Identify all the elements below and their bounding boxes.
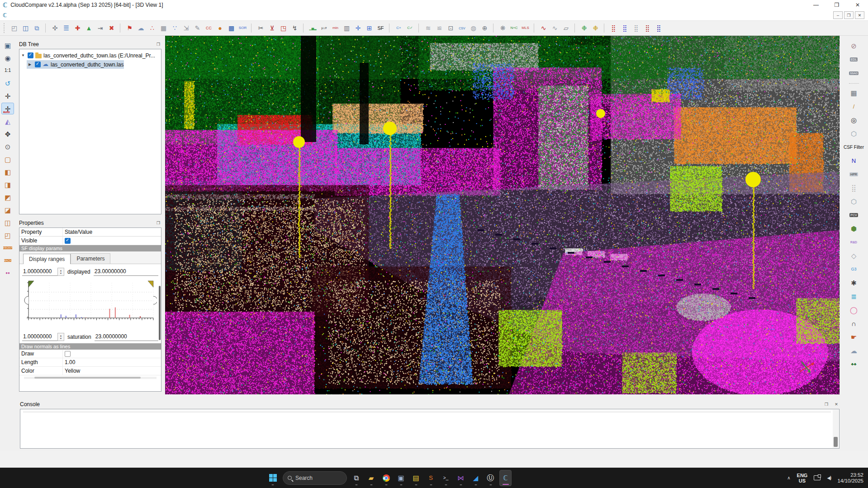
sor-filter-icon[interactable]: SOR <box>237 22 248 34</box>
export-csv-icon[interactable]: CSV <box>456 22 468 34</box>
menu-edit[interactable] <box>19 14 28 17</box>
calculator-icon[interactable]: ⊞ <box>364 22 375 34</box>
level-icon[interactable]: ⊻ <box>266 22 278 34</box>
mdi-close-button[interactable]: ✕ <box>855 11 864 19</box>
csf-filter-label[interactable]: CSF Filter <box>843 142 865 153</box>
clipping-box-icon[interactable]: ◳ <box>278 22 289 34</box>
qsra-icon[interactable]: ☁ <box>847 345 861 356</box>
histogram-plot[interactable] <box>21 280 157 327</box>
range-min-spinner[interactable]: ▲▼ <box>57 268 64 276</box>
menu-display[interactable] <box>37 14 46 17</box>
back-view-icon[interactable]: BACK <box>1 255 14 266</box>
qfacets-shield-icon[interactable]: ⬡ <box>847 128 861 139</box>
qpoisson-icon[interactable]: ⬢ <box>847 223 861 234</box>
file-explorer-icon[interactable]: ▰ <box>365 470 377 486</box>
noise-filter-icon[interactable]: ∵ <box>169 22 180 34</box>
sf-histogram[interactable] <box>19 278 161 329</box>
m3c2-blue-icon[interactable]: ⣿ <box>619 22 631 34</box>
tree-expander-icon[interactable]: ▼ <box>21 53 26 57</box>
task-view-icon[interactable]: ⧉ <box>350 470 362 486</box>
clone-icon[interactable]: ⧉ <box>31 22 43 34</box>
plugins-gear-icon[interactable]: ❋ <box>497 22 508 34</box>
cloudcompare-icon[interactable]: ℂ <box>499 470 512 486</box>
annotate-icon[interactable]: ✎ <box>192 22 203 34</box>
front-view-icon[interactable]: FRONT <box>1 242 14 254</box>
masc-classify-icon[interactable]: ❉ <box>590 22 601 34</box>
view-top-icon[interactable]: ◩ <box>1 191 14 203</box>
qhelmet-icon[interactable]: ∩ <box>847 318 861 329</box>
vscode-icon[interactable]: ◢ <box>470 470 482 486</box>
pivot-cross-icon[interactable]: ✛ <box>1 90 14 102</box>
saturation-max-input[interactable]: 23.00000000 <box>95 332 158 341</box>
sphere-icon[interactable]: ◍ <box>468 22 479 34</box>
screenshot-icon[interactable]: ◉ <box>1 52 14 64</box>
octree-icon[interactable]: ▦ <box>158 22 169 34</box>
gyroscope-icon[interactable]: ✣ <box>49 22 61 34</box>
scale-icon[interactable]: ⇲ <box>180 22 192 34</box>
menu-3d-views[interactable] <box>55 14 64 17</box>
color-value-field[interactable]: Yellow <box>62 367 161 375</box>
db-tree-float-icon[interactable]: ❐ <box>155 42 161 47</box>
saturation-min-spinner[interactable]: ▲▼ <box>57 333 64 341</box>
min-filter-icon[interactable]: min <box>330 22 341 34</box>
console-scrollbar[interactable] <box>833 410 839 448</box>
segment-scissors-icon[interactable]: ✂ <box>255 22 266 34</box>
toolbar-grip[interactable] <box>4 23 6 33</box>
animation-icon[interactable]: ▦ <box>847 87 861 99</box>
qm3c2-disabled-icon[interactable]: ⣿ <box>847 182 861 194</box>
filter-icon[interactable]: ▥ <box>341 22 352 34</box>
pcl-blue-icon[interactable]: ⣿ <box>653 22 664 34</box>
minimize-button[interactable]: — <box>806 0 826 10</box>
qcsf-layers-icon[interactable]: ≣ <box>847 291 861 302</box>
masc-train-icon[interactable]: ❉ <box>579 22 590 34</box>
canupo-classify-icon[interactable]: C✓ <box>404 22 416 34</box>
zoom-1-1-icon[interactable]: 1:1 <box>1 65 14 76</box>
qbroom-icon[interactable]: / <box>847 101 861 112</box>
qmanual-class-icon[interactable]: ☛ <box>847 332 861 343</box>
spline-gray-icon[interactable]: ∿ <box>549 22 560 34</box>
ssao-shader-icon[interactable]: SSAO <box>847 67 861 79</box>
delete-icon[interactable]: ✖ <box>106 22 117 34</box>
qhoughnormals-icon[interactable]: N <box>847 155 861 166</box>
pick-point-icon[interactable]: ⚑ <box>124 22 135 34</box>
cross-section-icon[interactable]: ↯ <box>289 22 300 34</box>
add-cloud-icon[interactable]: ☁ <box>135 22 147 34</box>
displayed-max-input[interactable]: 23.00000000 <box>94 267 158 276</box>
close-button[interactable]: ✕ <box>847 0 868 10</box>
treeiso-icon[interactable]: ✱ <box>847 277 861 289</box>
rasterize-icon[interactable]: ⊡ <box>445 22 456 34</box>
saturation-min-input[interactable]: 1.00000000 <box>22 332 57 341</box>
qshield2-icon[interactable]: ⬡ <box>847 196 861 207</box>
menu-file[interactable] <box>10 14 19 17</box>
3d-viewport[interactable] <box>165 36 840 394</box>
viewport-capture-icon[interactable]: ▣ <box>1 39 14 51</box>
m3c2-gray-icon[interactable]: ⣿ <box>631 22 642 34</box>
import-icon[interactable]: ⇥ <box>95 22 106 34</box>
m3c2-red-icon[interactable]: ⣿ <box>608 22 619 34</box>
mls-smooth-icon[interactable]: MLS <box>520 22 531 34</box>
tab-display-ranges[interactable]: Display ranges <box>23 254 71 264</box>
qhull-icon[interactable]: ◇ <box>847 250 861 261</box>
color-scale-icon[interactable]: CC <box>203 22 214 34</box>
qhpr-icon[interactable]: HPR <box>847 169 861 180</box>
notes-icon[interactable]: ▤ <box>410 470 422 486</box>
network-icon[interactable] <box>814 475 821 480</box>
mdi-minimize-button[interactable]: – <box>833 11 843 19</box>
tree-item-cloud[interactable]: ▶ las_converted_duthc_town.las <box>27 60 124 69</box>
add-sf-icon[interactable]: ✛ <box>352 22 364 34</box>
gaussian-filter-icon[interactable]: μ,σ <box>318 22 330 34</box>
range-min-input[interactable]: 1.00000000 <box>22 267 57 276</box>
tree-expander-icon[interactable]: ▶ <box>28 62 33 66</box>
properties-hscrollbar[interactable] <box>24 377 157 379</box>
clock[interactable]: 23:52 14/10/2025 <box>837 472 863 484</box>
subsample-icon[interactable]: ∴ <box>147 22 158 34</box>
qellipser-icon[interactable]: ◯ <box>847 304 861 316</box>
draw-checkbox[interactable] <box>65 351 71 357</box>
language-indicator[interactable]: ENG US <box>797 473 808 483</box>
qcork-icon[interactable]: ● <box>214 22 226 34</box>
view-right-icon[interactable]: ◨ <box>1 179 14 190</box>
zoom-mode-icon[interactable]: ⊙ <box>1 141 14 152</box>
visible-checkbox[interactable] <box>65 238 71 244</box>
menu-help[interactable] <box>64 14 73 17</box>
open-icon[interactable]: ◰ <box>9 22 20 34</box>
